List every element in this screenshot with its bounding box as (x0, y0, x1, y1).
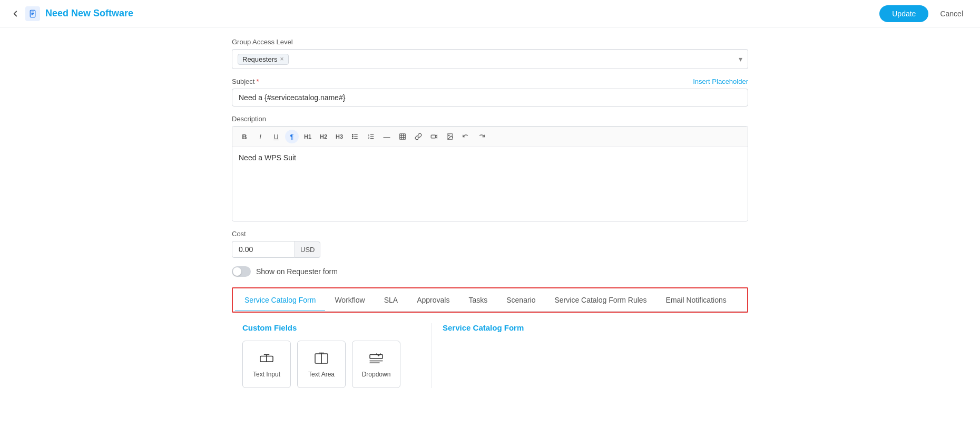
tab-service-catalog-form-rules[interactable]: Service Catalog Form Rules (545, 289, 656, 312)
dropdown-card[interactable]: Dropdown (352, 341, 400, 388)
tab-sla[interactable]: SLA (375, 289, 407, 312)
unordered-list-button[interactable] (348, 130, 362, 143)
tab-service-catalog-form[interactable]: Service Catalog Form (235, 289, 325, 312)
table-button[interactable] (396, 130, 409, 143)
header: Need New Software Update Cancel (0, 0, 980, 27)
h3-button[interactable]: H3 (332, 130, 346, 143)
page-icon (25, 6, 40, 21)
svg-rect-28 (370, 355, 383, 359)
paragraph-button[interactable]: ¶ (285, 130, 299, 143)
svg-point-7 (352, 134, 353, 136)
svg-point-21 (448, 135, 449, 136)
tab-workflow[interactable]: Workflow (325, 289, 374, 312)
underline-button[interactable]: U (269, 130, 283, 143)
h2-button[interactable]: H2 (317, 130, 330, 143)
chevron-down-icon: ▾ (739, 55, 742, 63)
redo-button[interactable] (475, 130, 488, 143)
cost-row: USD (232, 241, 748, 258)
undo-button[interactable] (459, 130, 473, 143)
dropdown-icon (368, 351, 384, 366)
page-title: Need New Software (45, 8, 133, 19)
show-requester-row: Show on Requester form (232, 266, 748, 277)
group-access-select[interactable]: Requesters × ▾ (232, 49, 748, 69)
header-right: Update Cancel (879, 5, 969, 22)
header-left: Need New Software (11, 6, 133, 21)
field-cards: Text Input Text Area (242, 341, 421, 388)
svg-rect-18 (431, 135, 436, 138)
cost-input[interactable] (232, 241, 295, 258)
italic-button[interactable]: I (253, 130, 267, 143)
horizontal-rule-button[interactable]: — (380, 130, 394, 143)
dropdown-label: Dropdown (362, 371, 391, 378)
text-area-label: Text Area (308, 371, 335, 378)
description-editor-body[interactable]: Need a WPS Suit (232, 147, 748, 221)
tabs-section: Service Catalog Form Workflow SLA Approv… (232, 287, 748, 313)
show-requester-label: Show on Requester form (256, 267, 338, 276)
custom-fields-title: Custom Fields (242, 323, 421, 332)
cost-label: Cost (232, 230, 748, 238)
ordered-list-button[interactable] (364, 130, 378, 143)
tab-approvals[interactable]: Approvals (407, 289, 459, 312)
subject-label-row: Subject * Insert Placeholder (232, 78, 748, 85)
bold-button[interactable]: B (238, 130, 251, 143)
description-label: Description (232, 115, 748, 123)
svg-point-8 (352, 136, 353, 137)
update-button[interactable]: Update (879, 5, 928, 22)
service-form-title: Service Catalog Form (443, 323, 738, 332)
svg-rect-13 (400, 134, 406, 140)
subject-input[interactable] (232, 89, 748, 107)
select-tags: Requesters × (238, 54, 289, 65)
video-button[interactable] (427, 130, 441, 143)
editor-toolbar: B I U ¶ H1 H2 H3 — (232, 127, 748, 147)
insert-placeholder-link[interactable]: Insert Placeholder (693, 78, 748, 85)
tag-close-icon[interactable]: × (280, 55, 283, 63)
tab-scenario[interactable]: Scenario (497, 289, 545, 312)
tab-content: Custom Fields Text Input (232, 313, 748, 399)
description-field: Description B I U ¶ H1 H2 H3 — (232, 115, 748, 221)
show-requester-toggle[interactable] (232, 266, 251, 277)
main-content: Group Access Level Requesters × ▾ Subjec… (211, 27, 769, 409)
cost-currency: USD (295, 241, 320, 258)
service-form-panel: Service Catalog Form (432, 323, 748, 388)
svg-point-9 (352, 138, 353, 139)
required-star: * (256, 78, 259, 85)
cancel-button[interactable]: Cancel (934, 5, 969, 22)
group-access-field: Group Access Level Requesters × ▾ (232, 38, 748, 69)
text-area-card[interactable]: Text Area (297, 341, 346, 388)
description-editor: B I U ¶ H1 H2 H3 — (232, 126, 748, 221)
tab-email-notifications[interactable]: Email Notifications (656, 289, 736, 312)
image-button[interactable] (443, 130, 457, 143)
requesters-tag: Requesters × (238, 54, 289, 65)
toggle-knob (233, 267, 241, 276)
h1-button[interactable]: H1 (301, 130, 315, 143)
text-area-icon (313, 351, 329, 366)
custom-fields-panel: Custom Fields Text Input (232, 323, 432, 388)
back-button[interactable] (11, 9, 20, 18)
tab-tasks[interactable]: Tasks (459, 289, 497, 312)
text-input-icon (259, 351, 275, 366)
text-input-card[interactable]: Text Input (242, 341, 291, 388)
subject-field: Subject * Insert Placeholder (232, 78, 748, 107)
text-input-label: Text Input (253, 371, 280, 378)
svg-marker-19 (436, 135, 437, 138)
group-access-label: Group Access Level (232, 38, 748, 46)
tabs-bar: Service Catalog Form Workflow SLA Approv… (233, 289, 747, 312)
cost-field: Cost USD (232, 230, 748, 258)
link-button[interactable] (411, 130, 425, 143)
